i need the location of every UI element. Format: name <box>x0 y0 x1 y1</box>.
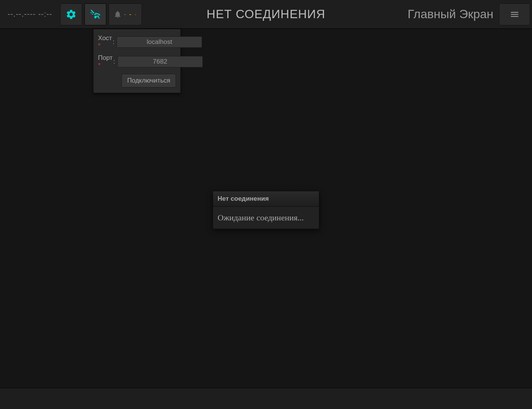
datetime-display: --.--.---- --:-- <box>1 10 59 19</box>
menu-button[interactable] <box>499 3 530 25</box>
host-label: Хост * <box>98 34 112 50</box>
modal-body: Ожидание соединения... <box>213 207 319 229</box>
hamburger-icon <box>510 9 520 19</box>
page-title: НЕТ СОЕДИНЕНИЯ <box>207 7 325 21</box>
colon: : <box>113 39 114 45</box>
port-label: Порт * <box>98 54 113 69</box>
screen-label: Главный Экран <box>408 7 498 21</box>
connection-button[interactable] <box>84 3 106 25</box>
connect-button[interactable]: Подключиться <box>121 74 176 87</box>
port-input[interactable] <box>117 56 203 67</box>
gear-icon <box>65 9 77 20</box>
settings-button[interactable] <box>60 3 82 25</box>
host-row: Хост * : <box>98 34 176 50</box>
notif-status-dashes: - - - <box>124 11 137 18</box>
colon: : <box>114 58 115 65</box>
bottombar <box>0 388 532 409</box>
connection-modal: Нет соединения Ожидание соединения... <box>213 191 319 229</box>
connection-dropdown: Хост * : Порт * : Подключиться <box>93 29 181 93</box>
wifi-off-icon <box>90 9 101 20</box>
notifications-button[interactable]: - - - <box>109 3 142 25</box>
bell-icon <box>114 10 122 19</box>
modal-header: Нет соединения <box>213 191 319 207</box>
host-input[interactable] <box>117 36 202 48</box>
topbar: --.--.---- --:-- - - - НЕТ СОЕДИНЕНИЯ Гл… <box>0 0 532 29</box>
port-row: Порт * : <box>98 54 176 69</box>
